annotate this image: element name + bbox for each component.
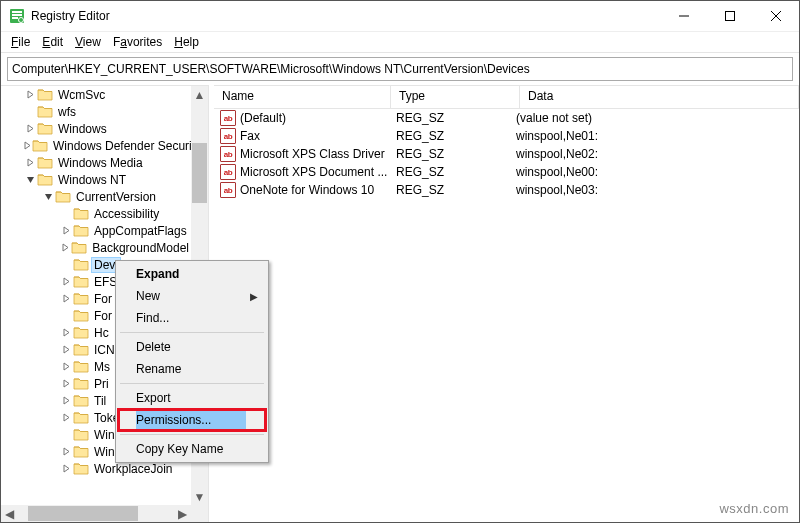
tree-item[interactable]: BackgroundModel [1, 239, 191, 256]
tree-item-label: Til [92, 394, 108, 408]
address-bar[interactable]: Computer\HKEY_CURRENT_USER\SOFTWARE\Micr… [7, 57, 793, 81]
tree-item-label: Pri [92, 377, 111, 391]
expand-icon[interactable] [23, 158, 37, 167]
expand-icon[interactable] [23, 90, 37, 99]
folder-icon [73, 377, 89, 390]
scroll-down-icon[interactable]: ▼ [191, 488, 208, 505]
list-row[interactable]: abMicrosoft XPS Document ...REG_SZwinspo… [214, 163, 799, 181]
tree-item-label: Windows Defender Security [51, 139, 191, 153]
expand-icon[interactable] [59, 396, 73, 405]
tree-item[interactable]: Windows NT [1, 171, 191, 188]
folder-icon [73, 275, 89, 288]
titlebar: Registry Editor [1, 1, 799, 32]
column-data[interactable]: Data [520, 86, 799, 108]
minimize-button[interactable] [661, 1, 707, 31]
tree-item[interactable]: Windows Media [1, 154, 191, 171]
menubar: File Edit View Favorites Help [1, 32, 799, 53]
column-type[interactable]: Type [391, 86, 520, 108]
watermark: wsxdn.com [719, 501, 789, 516]
context-menu: Expand New▶ Find... Delete Rename Export… [115, 260, 269, 463]
expand-icon[interactable] [23, 124, 37, 133]
list-row[interactable]: abMicrosoft XPS Class DriverREG_SZwinspo… [214, 145, 799, 163]
expand-icon[interactable] [59, 447, 73, 456]
tree-item-label: wfs [56, 105, 78, 119]
ctx-rename[interactable]: Rename [118, 358, 266, 380]
scroll-up-icon[interactable]: ▲ [191, 86, 208, 103]
menu-view[interactable]: View [71, 34, 105, 50]
tree-item-label: BackgroundModel [90, 241, 191, 255]
ctx-export[interactable]: Export [118, 387, 266, 409]
expand-icon[interactable] [59, 226, 73, 235]
tree-item-label: Windows NT [56, 173, 128, 187]
list-row[interactable]: abFaxREG_SZwinspool,Ne01: [214, 127, 799, 145]
tree-horizontal-scrollbar[interactable]: ◀ ▶ [1, 505, 191, 522]
svg-rect-1 [12, 11, 22, 13]
list-pane: Name Type Data ab(Default)REG_SZ(value n… [214, 85, 799, 522]
expand-icon[interactable] [59, 294, 73, 303]
scroll-left-icon[interactable]: ◀ [1, 505, 18, 522]
ctx-delete[interactable]: Delete [118, 336, 266, 358]
folder-icon [32, 139, 48, 152]
ctx-new[interactable]: New▶ [118, 285, 266, 307]
svg-rect-2 [12, 14, 22, 16]
expand-icon[interactable] [59, 464, 73, 473]
ctx-expand[interactable]: Expand [118, 263, 266, 285]
folder-icon [73, 394, 89, 407]
ctx-find[interactable]: Find... [118, 307, 266, 329]
menu-favorites[interactable]: Favorites [109, 34, 166, 50]
tree-item-label: Ms [92, 360, 112, 374]
value-data: winspool,Ne03: [508, 183, 799, 197]
tree-item[interactable]: Windows Defender Security [1, 137, 191, 154]
tree-item-label: For [92, 309, 114, 323]
list-row[interactable]: ab(Default)REG_SZ(value not set) [214, 109, 799, 127]
tree-item-label: AppCompatFlags [92, 224, 189, 238]
list-row[interactable]: abOneNote for Windows 10REG_SZwinspool,N… [214, 181, 799, 199]
expand-icon[interactable] [59, 328, 73, 337]
expand-icon[interactable] [59, 379, 73, 388]
ctx-copy-key-name[interactable]: Copy Key Name [118, 438, 266, 460]
folder-icon [73, 292, 89, 305]
expand-icon[interactable] [41, 192, 55, 201]
maximize-button[interactable] [707, 1, 753, 31]
column-name[interactable]: Name [214, 86, 391, 108]
tree-item[interactable]: Accessibility [1, 205, 191, 222]
scroll-thumb[interactable] [192, 143, 207, 203]
tree-item[interactable]: Windows [1, 120, 191, 137]
ctx-separator [120, 332, 264, 333]
menu-help[interactable]: Help [170, 34, 203, 50]
tree-item[interactable]: CurrentVersion [1, 188, 191, 205]
value-name: OneNote for Windows 10 [240, 183, 374, 197]
expand-icon[interactable] [59, 277, 73, 286]
expand-icon[interactable] [59, 413, 73, 422]
folder-icon [73, 360, 89, 373]
ctx-permissions[interactable]: Permissions... [118, 409, 266, 431]
folder-icon [73, 258, 89, 271]
expand-icon[interactable] [59, 362, 73, 371]
value-name: Microsoft XPS Class Driver [240, 147, 385, 161]
tree-item-label: CurrentVersion [74, 190, 158, 204]
scroll-thumb-h[interactable] [28, 506, 138, 521]
tree-item[interactable]: AppCompatFlags [1, 222, 191, 239]
expand-icon[interactable] [59, 243, 71, 252]
close-button[interactable] [753, 1, 799, 31]
expand-icon[interactable] [23, 141, 32, 150]
tree-item[interactable]: wfs [1, 103, 191, 120]
list-header: Name Type Data [214, 86, 799, 109]
expand-icon[interactable] [59, 345, 73, 354]
tree-item[interactable]: WcmSvc [1, 86, 191, 103]
value-type: REG_SZ [388, 183, 508, 197]
tree-item-label: Windows [56, 122, 109, 136]
folder-icon [37, 88, 53, 101]
value-data: (value not set) [508, 111, 799, 125]
scroll-right-icon[interactable]: ▶ [174, 505, 191, 522]
tree-item-label: For [92, 292, 114, 306]
menu-edit[interactable]: Edit [38, 34, 67, 50]
folder-icon [73, 343, 89, 356]
expand-icon[interactable] [23, 175, 37, 184]
tree-item-label: WorkplaceJoin [92, 462, 174, 476]
menu-file[interactable]: File [7, 34, 34, 50]
string-value-icon: ab [220, 182, 236, 198]
folder-icon [37, 105, 53, 118]
folder-icon [37, 173, 53, 186]
tree-item-label: Windows Media [56, 156, 145, 170]
